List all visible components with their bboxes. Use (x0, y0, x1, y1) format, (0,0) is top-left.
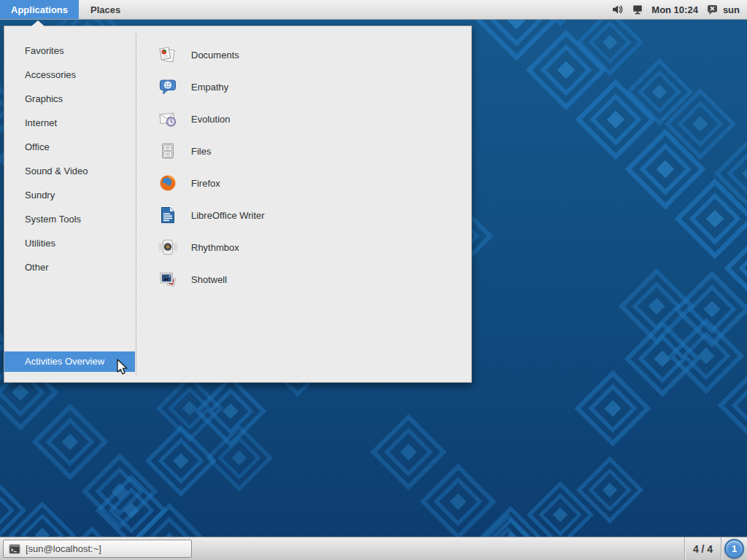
app-label: Evolution (191, 114, 230, 125)
app-item-libreoffice-writer[interactable]: LibreOffice Writer (136, 199, 471, 231)
category-list: FavoritesAccessoriesGraphicsInternetOffi… (4, 39, 136, 279)
category-item-utilities[interactable]: Utilities (4, 231, 136, 255)
app-label: Documents (191, 50, 239, 61)
documents-icon (158, 45, 177, 64)
app-label: Files (191, 146, 211, 157)
app-item-files[interactable]: Files (136, 135, 471, 167)
window-list-right: 4 / 4 1 (684, 537, 747, 560)
taskbar-window-button[interactable]: [sun@localhost:~] (3, 540, 192, 558)
app-label: Firefox (191, 178, 220, 189)
firefox-icon (158, 174, 177, 192)
category-item-sundry[interactable]: Sundry (4, 183, 136, 207)
taskbar-divider (721, 537, 721, 560)
app-list: DocumentsEmpathyEvolutionFilesFirefoxLib… (136, 39, 471, 295)
category-item-other[interactable]: Other (4, 255, 136, 279)
network-icon[interactable] (632, 4, 643, 15)
app-item-evolution[interactable]: Evolution (136, 103, 471, 135)
shotwell-icon (158, 270, 177, 289)
files-icon (158, 141, 177, 160)
app-label: Empathy (191, 82, 228, 93)
app-label: Shotwell (191, 274, 227, 285)
category-item-sound-video[interactable]: Sound & Video (4, 159, 136, 183)
app-item-rhythmbox[interactable]: Rhythmbox (136, 231, 471, 263)
notification-badge[interactable]: 1 (724, 539, 744, 559)
category-item-accessories[interactable]: Accessories (4, 63, 136, 87)
app-item-documents[interactable]: Documents (136, 39, 471, 71)
app-item-shotwell[interactable]: Shotwell (136, 263, 471, 295)
window-list-bar: [sun@localhost:~] 4 / 4 1 (0, 537, 747, 560)
terminal-icon (9, 543, 20, 555)
clock[interactable]: Mon 10:24 (651, 4, 698, 15)
workspace-indicator[interactable]: 4 / 4 (685, 543, 721, 555)
category-item-graphics[interactable]: Graphics (4, 87, 136, 111)
user-menu[interactable]: sun (706, 4, 740, 15)
category-item-internet[interactable]: Internet (4, 111, 136, 135)
app-label: LibreOffice Writer (191, 210, 265, 221)
app-label: Rhythmbox (191, 242, 239, 253)
applications-menu-panel: FavoritesAccessoriesGraphicsInternetOffi… (4, 26, 472, 383)
taskbar-window-label: [sun@localhost:~] (26, 543, 101, 554)
category-item-favorites[interactable]: Favorites (4, 39, 136, 63)
username-label: sun (723, 4, 740, 15)
places-menu-button[interactable]: Places (79, 0, 132, 19)
top-bar: Applications Places Mon 10:24 (0, 0, 747, 20)
app-item-firefox[interactable]: Firefox (136, 167, 471, 199)
applications-menu-button[interactable]: Applications (0, 0, 79, 19)
mouse-cursor (115, 359, 131, 376)
user-status-icon (706, 4, 719, 15)
desktop: Applications Places Mon 10:24 (0, 0, 747, 560)
empathy-icon (158, 77, 177, 96)
app-item-empathy[interactable]: Empathy (136, 71, 471, 103)
libreoffice-writer-icon (158, 206, 177, 225)
evolution-icon (158, 109, 177, 128)
category-item-office[interactable]: Office (4, 135, 136, 159)
rhythmbox-icon (158, 238, 177, 257)
volume-icon[interactable] (611, 4, 624, 15)
category-item-system-tools[interactable]: System Tools (4, 207, 136, 231)
top-bar-status-area: Mon 10:24 sun (611, 0, 747, 19)
